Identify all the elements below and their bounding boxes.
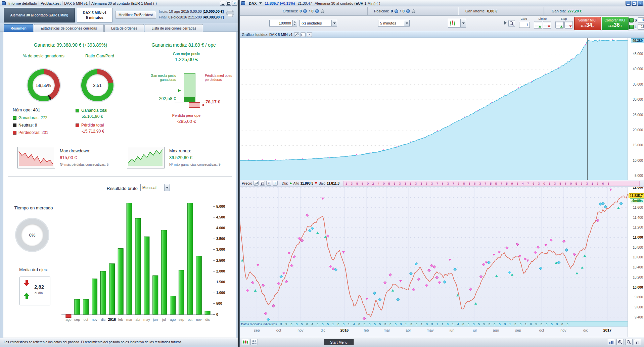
maximize-icon[interactable] — [632, 1, 637, 6]
stop-sell-icon[interactable] — [564, 21, 573, 29]
tab-resumen[interactable]: Resumen — [4, 24, 33, 32]
ordenes-settings-icon[interactable] — [321, 9, 324, 13]
ganancia-media-summary: Ganancia media: 81,89 € / ope — [135, 42, 232, 48]
liquidity-pane-header[interactable]: Gráfico liquidez: DAX 5 MIN v1 × — [240, 31, 644, 38]
close-pane-icon[interactable]: × — [266, 181, 271, 186]
period-select-arrow-icon[interactable] — [164, 184, 170, 191]
avg-loss-bar — [189, 102, 200, 108]
period-select-value: Mensual — [142, 186, 156, 190]
s-label: S — [635, 18, 637, 22]
trading-titlebar[interactable]: DAX 11.835,7 (+0,13%) 21:30:47 Alemania … — [240, 0, 644, 6]
posicion-settings-icon[interactable] — [412, 9, 415, 13]
period-select[interactable]: Mensual — [140, 184, 170, 191]
panels-icon[interactable] — [634, 339, 641, 345]
zoom-out-icon[interactable] — [625, 339, 633, 345]
buy-orders-arrow-icon — [24, 293, 30, 299]
price-axis-label: 12.000 — [633, 187, 643, 189]
price-chart-area[interactable] — [240, 187, 628, 321]
stop-buy-icon[interactable] — [555, 21, 564, 29]
x-axis-month-label: oct — [536, 328, 547, 332]
zoom-in-icon[interactable] — [616, 339, 624, 345]
svg-text:nov: nov — [92, 317, 98, 321]
close-icon[interactable]: × — [638, 1, 643, 6]
maximize-icon[interactable] — [226, 1, 231, 6]
price-y-axis[interactable]: 9.4009.6009.80010.00010.20010.40010.6001… — [628, 187, 644, 337]
symbol-label[interactable]: DAX — [249, 1, 257, 5]
comprar-mkt-button[interactable]: Comprar MKT 11.836,7 — [602, 17, 629, 30]
users-icon[interactable] — [250, 339, 258, 345]
posicion-count2: 0 — [403, 9, 405, 13]
equity-chart-area[interactable] — [240, 38, 628, 180]
equity-y-axis[interactable]: 5.00010.00015.00020.00025.00030.00035.00… — [628, 38, 644, 180]
quantity-input[interactable]: 100000 — [269, 20, 293, 27]
x-axis-month-label: feb — [361, 328, 372, 332]
titlebar-price: 11.835,7 (+0,13%) — [265, 1, 295, 5]
bajo-value: 11.811,3 — [327, 182, 339, 185]
minimize-icon[interactable] — [626, 1, 631, 6]
close-icon[interactable]: × — [232, 1, 237, 6]
x-axis-month-label: sep — [513, 328, 523, 332]
report-header: Alemania 30 al contado (EUR 1 Mini) DAX … — [0, 6, 238, 23]
stop-order-icon[interactable] — [629, 18, 634, 22]
add-indicator-icon[interactable]: + — [273, 181, 278, 186]
close-pane-icon[interactable]: × — [307, 32, 312, 37]
svg-text:jun: jun — [153, 317, 158, 321]
runup-sparkline — [127, 147, 164, 167]
chart-style-icon[interactable] — [242, 339, 249, 345]
price-pane-header[interactable]: Precio × + Día: Alto 11.893,3 Bajo 11.81… — [240, 180, 644, 187]
ordenes-icon[interactable] — [303, 9, 307, 13]
separator: / — [400, 9, 401, 13]
ganancia-media-label: Ganancia media: — [151, 42, 187, 48]
inicio-label: Inicio: — [159, 9, 168, 13]
legend-label: Neutras: 8 — [18, 123, 37, 128]
expand-arrow-icon[interactable] — [504, 21, 507, 24]
limite-sell-icon[interactable] — [543, 21, 551, 29]
quantity-stepper[interactable] — [293, 20, 297, 27]
ganancia-total-row: Ganancia total — [76, 108, 107, 113]
posicion-icon2[interactable] — [406, 9, 410, 13]
modify-probacktest-button[interactable]: Modificar ProBacktest — [115, 11, 156, 19]
tab-lista-posiciones[interactable]: Lista de posiciones cerradas — [145, 24, 203, 32]
perdedoras-swatch-icon — [13, 131, 16, 135]
ordenes-icon2[interactable] — [315, 9, 319, 13]
symbol-dropdown-icon[interactable] — [259, 2, 262, 4]
legend-ganadoras: Ganadoras: 272 — [13, 115, 47, 120]
chart-list-icon[interactable] — [608, 339, 615, 345]
chart-type-button[interactable] — [448, 19, 466, 28]
timeframe-select[interactable]: 5 minutos — [378, 20, 410, 27]
vender-mkt-button[interactable]: Vender MKT 11.834,7 — [574, 17, 601, 30]
detach-pane-icon[interactable] — [301, 32, 306, 37]
report-titlebar[interactable]: Informe detallado ProBacktest DAX 5 MIN … — [0, 0, 238, 6]
wrench-icon[interactable] — [294, 32, 299, 37]
legend-label: Ganadoras: 272 — [18, 115, 47, 120]
perdida-total-value: -15.712,90 € — [82, 129, 104, 134]
report-tabs: Resumen Estadísticas de posiciones cerra… — [0, 23, 238, 32]
limit-order-icon[interactable] — [629, 25, 634, 29]
price-x-axis[interactable]: sepoctnovdic2016febmarabrmayjunjulagosep… — [240, 327, 628, 337]
detach-pane-icon[interactable] — [260, 181, 265, 186]
ganancia-label: Ganancia: — [34, 42, 55, 48]
search-icon[interactable] — [508, 20, 515, 27]
units-select[interactable]: (x) unidades — [300, 20, 337, 27]
drawdown-thumbnail — [17, 147, 55, 168]
timeframe-value: 5 minutos — [380, 21, 396, 25]
print-icon[interactable] — [226, 10, 235, 18]
comprar-mkt-label: Comprar MKT — [602, 18, 628, 22]
limit-value-input[interactable]: 15 — [638, 24, 644, 30]
start-menu-item[interactable]: Start Menu — [324, 339, 354, 345]
posicion-icon[interactable] — [395, 9, 398, 13]
instrument-tab[interactable]: Alemania 30 al contado (EUR 1 Mini) — [4, 8, 75, 22]
media-ord-value: 2,82 — [34, 284, 44, 290]
tab-lista-ordenes[interactable]: Lista de órdenes — [104, 24, 144, 32]
perd-media-value: -78,17 € — [204, 99, 220, 104]
menu-icon[interactable] — [241, 1, 245, 5]
app-icon — [2, 1, 6, 5]
tab-estadisticas-posiciones[interactable]: Estadísticas de posiciones cerradas — [34, 24, 104, 32]
minimize-icon[interactable] — [220, 1, 225, 6]
gan-dia-group: Gan día: 277,20 € — [552, 6, 582, 16]
limite-buy-icon[interactable] — [534, 21, 542, 29]
stop-value-input[interactable]: 10 — [638, 17, 644, 23]
wrench-icon[interactable] — [254, 181, 259, 186]
cant-input[interactable]: 1 — [519, 22, 530, 28]
tiempo-mercado-label: Tiempo en mercado — [8, 205, 59, 211]
